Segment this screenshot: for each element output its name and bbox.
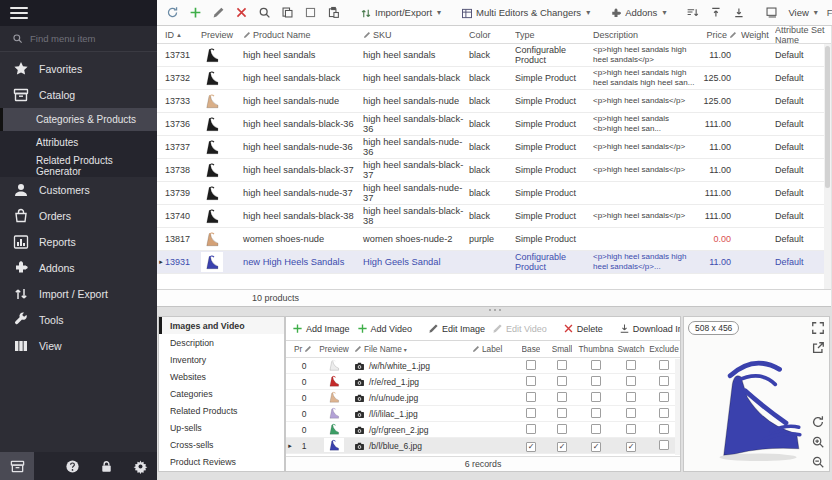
column-header-id[interactable]: ID▲ [165,30,201,40]
sort-button[interactable] [683,4,702,21]
sidebar-item-categories-products[interactable]: Categories & Products [0,108,157,131]
sidebar-item-view[interactable]: View [0,333,157,359]
help-button[interactable] [55,452,89,480]
thumbnail-checkbox[interactable] [591,360,601,370]
product-row-13740[interactable]: 13740high heel sandals-black-38high heel… [157,205,831,228]
small-checkbox[interactable] [557,408,567,418]
tab-websites[interactable]: Websites [159,368,284,385]
refresh-button[interactable] [163,4,182,21]
sidebar-item-attributes[interactable]: Attributes [0,131,157,154]
paste-button[interactable] [324,4,343,21]
lock-button[interactable] [89,452,123,480]
column-header-price[interactable]: Price [699,30,741,40]
column-header-weight[interactable]: Weight [741,30,775,40]
delete-product-button[interactable] [232,4,251,21]
product-row-13733[interactable]: 13733high heel sandals-nudehigh heel san… [157,90,831,113]
column-header-preview[interactable]: Preview [314,344,354,354]
product-row-13739[interactable]: 13739high heel sandals-nude-37high heel … [157,182,831,205]
edit-video-button[interactable]: Edit Video [490,321,549,336]
sidebar-item-addons[interactable]: Addons [0,255,157,281]
collapse-rows-button[interactable] [729,4,748,21]
small-checkbox[interactable] [557,424,567,434]
download-image-button[interactable]: Download Image [617,321,680,336]
base-checkbox[interactable] [526,392,536,402]
swatch-checkbox[interactable] [626,424,636,434]
tab-inventory[interactable]: Inventory [159,351,284,368]
thumbnail-checkbox[interactable] [591,442,601,452]
exclude-checkbox[interactable] [659,360,669,370]
product-row-13736[interactable]: 13736high heel sandals-black-36high heel… [157,113,831,136]
product-row-13738[interactable]: 13738high heel sandals-black-37high heel… [157,159,831,182]
swatch-checkbox[interactable] [626,392,636,402]
rotate-icon[interactable] [811,415,825,429]
add-video-button[interactable]: Add Video [355,321,414,336]
thumbnail-checkbox[interactable] [591,408,601,418]
small-checkbox[interactable] [557,376,567,386]
import-export-dropdown[interactable]: Import/Export [357,5,444,21]
column-header-type[interactable]: Type [515,30,593,40]
column-header-product-name[interactable]: Product Name [243,30,363,40]
sidebar-search[interactable]: Find menu item [0,26,157,52]
sidebar-item-import-export[interactable]: Import / Export [0,281,157,307]
exclude-checkbox[interactable] [659,408,669,418]
multi-editors-dropdown[interactable]: Multi Editors & Changers [458,5,593,21]
column-header-exclude[interactable]: Exclude [649,344,679,354]
column-header-sku[interactable]: SKU [363,30,469,40]
column-header-base[interactable]: Base [522,344,541,354]
tab-up-sells[interactable]: Up-sells [159,419,284,436]
delete-image-button[interactable]: Delete [561,321,605,336]
products-scrollbar[interactable] [824,44,831,289]
image-row-red_1.jpg[interactable]: 0/r/e/red_1.jpg [286,374,680,390]
images-scrollbar[interactable] [675,359,680,455]
sidebar-item-related-products-generator[interactable]: Related Products Generator [0,154,157,177]
gear-button[interactable] [123,452,157,480]
swatch-checkbox[interactable] [626,442,636,452]
hamburger-menu-icon[interactable] [10,4,28,22]
search-products-button[interactable] [255,4,274,21]
select-button[interactable] [301,4,320,21]
fullscreen-icon[interactable] [811,321,825,335]
base-checkbox[interactable] [526,442,536,452]
sidebar-item-tools[interactable]: Tools [0,307,157,333]
small-checkbox[interactable] [557,360,567,370]
swatch-checkbox[interactable] [626,408,636,418]
column-header-description[interactable]: Description [593,30,699,40]
exclude-checkbox[interactable] [659,424,669,434]
base-checkbox[interactable] [526,360,536,370]
image-row-lilac_1.jpg[interactable]: 0/l/i/lilac_1.jpg [286,406,680,422]
image-row-green_2.jpg[interactable]: 0/g/r/green_2.jpg [286,422,680,438]
column-header-preview[interactable]: Preview [201,30,243,40]
column-header-swatch[interactable]: Swatch [617,344,644,354]
base-checkbox[interactable] [526,424,536,434]
column-header-attribute-set[interactable]: Attribute Set Name [775,25,831,45]
column-header-small[interactable]: Small [552,344,573,354]
swatch-checkbox[interactable] [626,376,636,386]
column-header-file-name[interactable]: File Name▾ [354,344,472,354]
column-header-thumbnail[interactable]: Thumbna [578,344,613,354]
image-row-blue_6.jpg[interactable]: 1/b/l/blue_6.jpg [286,438,680,454]
tab-categories[interactable]: Categories [159,385,284,402]
thumbnail-checkbox[interactable] [591,424,601,434]
exclude-checkbox[interactable] [659,440,669,450]
sidebar-item-customers[interactable]: Customers [0,177,157,203]
edit-image-button[interactable]: Edit Image [426,321,487,336]
addons-dropdown[interactable]: Addons [607,5,669,21]
exclude-checkbox[interactable] [659,392,669,402]
swatch-checkbox[interactable] [626,360,636,370]
product-row-13731[interactable]: 13731high heel sandalshigh heel sandalsb… [157,44,831,67]
product-row-13737[interactable]: 13737high heel sandals-nude-36high heel … [157,136,831,159]
view-dropdown[interactable]: View [785,5,820,20]
image-row-white_1.jpg[interactable]: 0/w/h/white_1.jpg [286,358,680,374]
tab-images-and-video[interactable]: Images and Video [159,317,284,334]
tab-product-reviews[interactable]: Product Reviews [159,453,284,470]
product-row-13817[interactable]: 13817women shoes-nudewomen shoes-nude-2p… [157,228,831,251]
copy-button[interactable] [278,4,297,21]
edit-product-button[interactable] [209,4,228,21]
column-header-color[interactable]: Color [469,30,515,40]
base-checkbox[interactable] [526,408,536,418]
sidebar-item-orders[interactable]: Orders [0,203,157,229]
sidebar-item-catalog[interactable]: Catalog [0,82,157,108]
external-link-icon[interactable] [811,341,825,355]
thumbnail-checkbox[interactable] [591,392,601,402]
small-checkbox[interactable] [557,392,567,402]
